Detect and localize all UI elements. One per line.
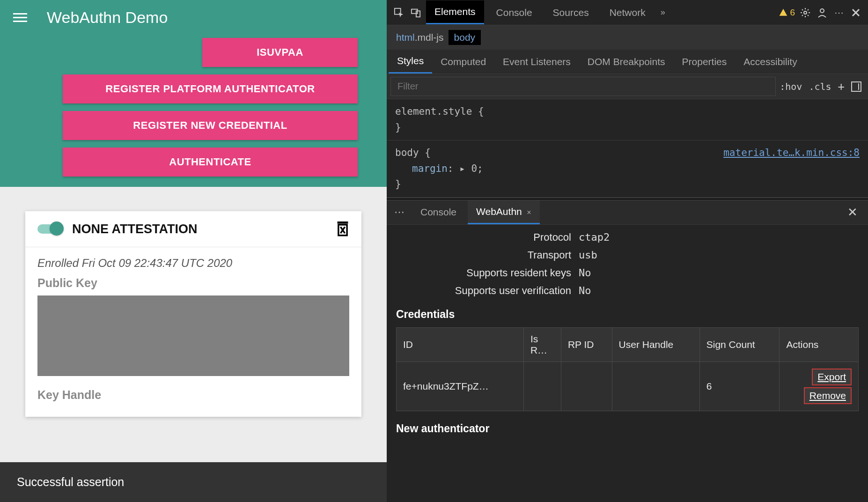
close-drawer-icon[interactable]: ✕ xyxy=(841,202,864,222)
authenticate-button[interactable]: AUTHENTICATE xyxy=(63,148,358,177)
breadcrumb-body[interactable]: body xyxy=(449,30,481,45)
card-title: NONE ATTESTATION xyxy=(72,222,326,236)
credentials-heading: Credentials xyxy=(396,308,859,321)
user-verification-label: Supports user verification xyxy=(396,285,579,297)
warning-count: 6 xyxy=(790,7,795,18)
user-icon[interactable] xyxy=(816,6,829,19)
app-title: WebAuthn Demo xyxy=(47,8,168,27)
register-new-credential-button[interactable]: REGISTER NEW CREDENTIAL xyxy=(63,111,358,140)
th-isr: Is R… xyxy=(523,327,561,362)
tab-dom-breakpoints[interactable]: DOM Breakpoints xyxy=(579,51,674,73)
tab-network[interactable]: Network xyxy=(601,1,654,24)
more-tabs-icon[interactable]: » xyxy=(658,7,668,17)
close-icon[interactable] xyxy=(849,6,862,19)
tab-computed[interactable]: Computed xyxy=(432,51,494,73)
protocol-label: Protocol xyxy=(396,231,579,244)
layout-toggle-icon[interactable] xyxy=(851,81,861,92)
trash-icon[interactable] xyxy=(336,221,349,236)
tab-sources[interactable]: Sources xyxy=(544,1,597,24)
new-style-icon[interactable]: + xyxy=(838,80,845,93)
devtools-pane: Elements Console Sources Network » 6 ⋯ h… xyxy=(387,0,868,502)
tab-elements[interactable]: Elements xyxy=(426,0,484,24)
styles-filter-input[interactable] xyxy=(390,77,776,96)
register-platform-authenticator-button[interactable]: REGISTER PLATFORM AUTHENTICATOR xyxy=(63,74,358,103)
styles-tabs: Styles Computed Event Listeners DOM Brea… xyxy=(387,50,868,74)
device-toggle-icon[interactable] xyxy=(409,6,422,19)
isuvpaa-button[interactable]: ISUVPAA xyxy=(202,38,358,67)
app-header: WebAuthn Demo ISUVPAA REGISTER PLATFORM … xyxy=(0,0,387,187)
devtools-toolbar: Elements Console Sources Network » 6 ⋯ xyxy=(387,0,868,25)
th-user-handle: User Handle xyxy=(612,327,699,362)
css-source-link[interactable]: material.te…k.min.css:8 xyxy=(723,145,860,161)
svg-point-8 xyxy=(820,9,824,13)
cell-isr xyxy=(523,362,561,411)
transport-value: usb xyxy=(579,249,597,261)
svg-point-7 xyxy=(804,11,807,14)
drawer-body: Protocolctap2 Transportusb Supports resi… xyxy=(387,225,868,502)
drawer-tabs: ⋯ Console WebAuthn × ✕ xyxy=(387,200,868,225)
breadcrumb: html.mdl-js body xyxy=(387,25,868,50)
credential-card: NONE ATTESTATION Enrolled Fri Oct 09 22:… xyxy=(25,211,361,417)
breadcrumb-html[interactable]: html.mdl-js xyxy=(396,32,444,43)
warnings-badge[interactable]: 6 xyxy=(779,7,795,18)
close-tab-icon[interactable]: × xyxy=(525,208,531,216)
enrolled-date: Enrolled Fri Oct 09 22:43:47 UTC 2020 xyxy=(37,257,349,270)
user-verification-value: No xyxy=(579,285,591,297)
drawer-tab-console[interactable]: Console xyxy=(412,201,465,223)
content-area: NONE ATTESTATION Enrolled Fri Oct 09 22:… xyxy=(0,187,387,502)
new-authenticator-heading: New authenticator xyxy=(396,422,859,435)
cls-button[interactable]: .cls xyxy=(809,81,831,92)
cell-actions: Export Remove xyxy=(780,362,859,411)
transport-label: Transport xyxy=(396,249,579,261)
public-key-block xyxy=(37,295,349,376)
th-id: ID xyxy=(397,327,524,362)
toast: Successful assertion xyxy=(0,462,387,502)
filter-row: :hov .cls + xyxy=(387,74,868,99)
th-sign-count: Sign Count xyxy=(699,327,780,362)
gear-icon[interactable] xyxy=(799,6,812,19)
tab-accessibility[interactable]: Accessibility xyxy=(735,51,805,73)
tab-event-listeners[interactable]: Event Listeners xyxy=(494,51,579,73)
drawer-menu-icon[interactable]: ⋯ xyxy=(390,206,409,218)
hamburger-menu-icon[interactable] xyxy=(13,13,27,22)
tab-console[interactable]: Console xyxy=(488,1,541,24)
svg-rect-0 xyxy=(338,221,348,224)
resident-keys-label: Supports resident keys xyxy=(396,267,579,279)
cell-handle xyxy=(612,362,699,411)
drawer-tab-webauthn[interactable]: WebAuthn × xyxy=(468,200,539,224)
table-row: fe+nuknu3ZTFpZ… 6 Export Remove xyxy=(397,362,859,411)
export-button[interactable]: Export xyxy=(812,369,852,385)
th-rpid: RP ID xyxy=(561,327,612,362)
th-actions: Actions xyxy=(780,327,859,362)
cell-rpid xyxy=(561,362,612,411)
key-handle-label: Key Handle xyxy=(37,388,349,402)
table-header-row: ID Is R… RP ID User Handle Sign Count Ac… xyxy=(397,327,859,362)
inspect-icon[interactable] xyxy=(392,6,405,19)
app-pane: WebAuthn Demo ISUVPAA REGISTER PLATFORM … xyxy=(0,0,387,502)
tab-properties[interactable]: Properties xyxy=(674,51,736,73)
element-style-block[interactable]: element.style { } xyxy=(387,99,868,140)
cell-id: fe+nuknu3ZTFpZ… xyxy=(397,362,524,411)
attestation-toggle[interactable] xyxy=(37,224,62,234)
body-style-block[interactable]: material.te…k.min.css:8 body { margin: ▸… xyxy=(387,140,868,198)
public-key-label: Public Key xyxy=(37,276,349,290)
kebab-menu-icon[interactable]: ⋯ xyxy=(832,6,846,19)
protocol-value: ctap2 xyxy=(579,231,610,244)
remove-button[interactable]: Remove xyxy=(804,387,852,404)
cell-sign: 6 xyxy=(699,362,780,411)
hov-button[interactable]: :hov xyxy=(780,81,802,92)
credentials-table: ID Is R… RP ID User Handle Sign Count Ac… xyxy=(396,327,859,411)
tab-styles[interactable]: Styles xyxy=(389,50,432,74)
resident-keys-value: No xyxy=(579,267,591,279)
